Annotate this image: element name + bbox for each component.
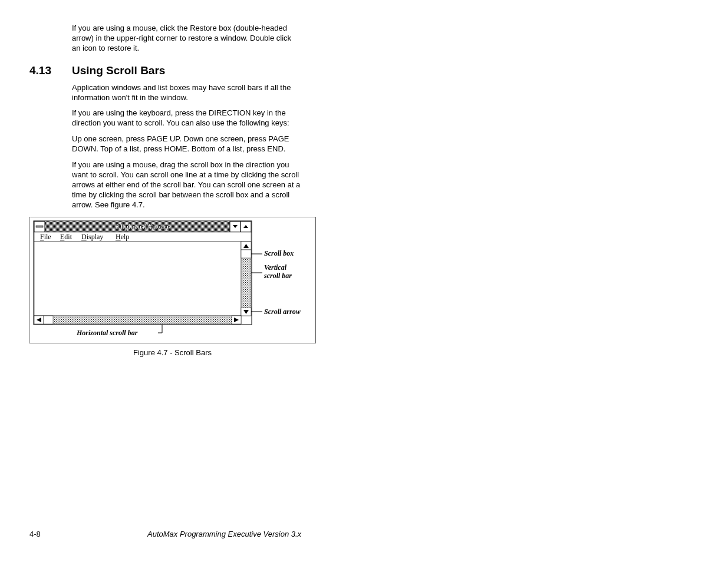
intro-paragraph: If you are using a mouse, click the Rest…: [72, 24, 302, 54]
paragraph-4: If you are using a mouse, drag the scrol…: [72, 160, 302, 210]
callout-scroll-box: Scroll box: [264, 249, 294, 257]
paragraph-1: Application windows and list boxes may h…: [72, 83, 302, 103]
svg-rect-13: [34, 316, 241, 324]
paragraph-2: If you are using the keyboard, press the…: [72, 108, 302, 128]
menu-file[interactable]: File: [40, 233, 51, 241]
vertical-scroll-bar[interactable]: [241, 242, 251, 316]
menu-edit[interactable]: Edit: [60, 233, 73, 241]
window-title: Clipboard Viewer: [116, 223, 170, 231]
figure-4-7: Clipboard Viewer File Edit Display Help: [29, 217, 699, 357]
clipboard-window: Clipboard Viewer File Edit Display Help: [34, 221, 252, 325]
horizontal-scroll-box[interactable]: [44, 316, 53, 324]
horizontal-scroll-bar[interactable]: [34, 316, 241, 324]
menu-help[interactable]: Help: [116, 233, 129, 241]
vertical-scroll-box[interactable]: [241, 250, 251, 258]
callout-scroll-arrow: Scroll arrow: [264, 308, 301, 316]
svg-rect-11: [34, 242, 241, 316]
figure-caption: Figure 4.7 - Scroll Bars: [29, 348, 315, 357]
callout-vertical-bar-2: scroll bar: [263, 272, 292, 280]
callout-horizontal-bar: Horizontal scroll bar: [76, 329, 138, 337]
figure-svg: Clipboard Viewer File Edit Display Help: [29, 217, 318, 343]
section-heading: 4.13 Using Scroll Bars: [29, 64, 699, 77]
menu-display[interactable]: Display: [81, 233, 103, 241]
paragraph-3: Up one screen, press PAGE UP. Down one s…: [72, 134, 302, 154]
footer-page-number: 4-8: [29, 530, 41, 538]
section-title: Using Scroll Bars: [72, 64, 165, 77]
section-number: 4.13: [29, 64, 72, 77]
callout-vertical-bar-1: Vertical: [264, 263, 287, 272]
svg-rect-8: [36, 226, 43, 227]
footer-doc-title: AutoMax Programming Executive Version 3.…: [147, 530, 301, 538]
page-footer: 4-8 AutoMax Programming Executive Versio…: [29, 530, 699, 538]
